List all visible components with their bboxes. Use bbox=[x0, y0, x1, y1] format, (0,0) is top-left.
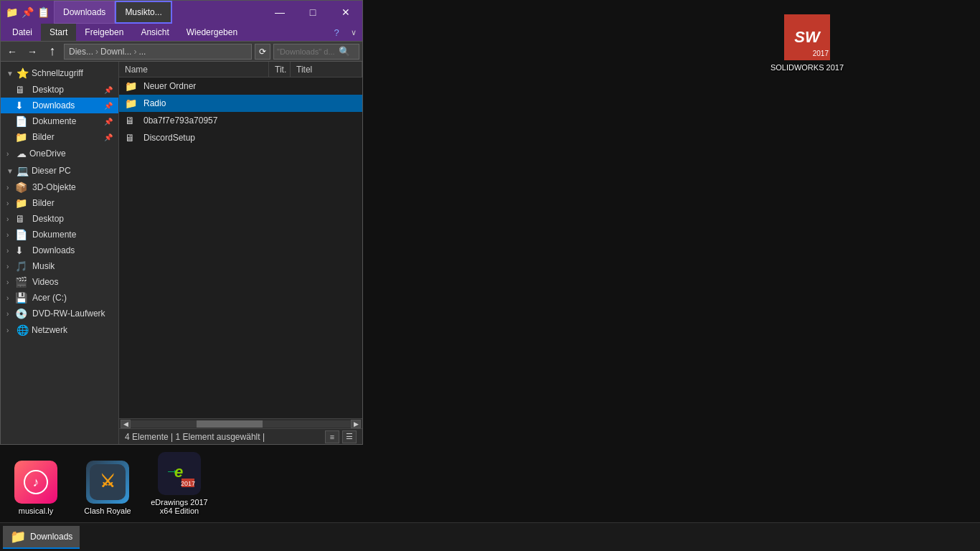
sidebar-item-dvd[interactable]: › 💿 DVD-RW-Laufwerk bbox=[1, 306, 118, 321]
schnellzugriff-icon: ⭐ bbox=[17, 67, 29, 79]
sidebar-item-dokumente-quick[interactable]: 📄 Dokumente 📌 bbox=[1, 113, 118, 129]
file-list: 📁 Neuer Ordner 📁 Radio 🖥 0ba7f7e793a7095… bbox=[119, 77, 362, 418]
address-path[interactable]: Dies... › Downl... › ... bbox=[64, 44, 252, 60]
sidebar-item-videos[interactable]: › 🎬 Videos bbox=[1, 274, 118, 290]
acer-icon: 💾 bbox=[15, 292, 29, 303]
col-header-tit[interactable]: Tit. bbox=[269, 62, 291, 77]
sidebar-item-acer-label: Acer (C:) bbox=[32, 293, 67, 303]
file-icon-discord: 🖥 bbox=[125, 132, 139, 143]
pin-icon: 📌 bbox=[104, 86, 113, 94]
musicaly-icon-img: ♪ bbox=[14, 461, 57, 504]
ribbon-tab-start[interactable]: Start bbox=[41, 24, 76, 41]
sidebar-section-onedrive[interactable]: › ☁ OneDrive bbox=[1, 145, 118, 162]
solidworks-badge: SW 2017 bbox=[784, 14, 830, 60]
onedrive-label: OneDrive bbox=[29, 149, 66, 159]
sidebar-item-downloads-quick[interactable]: ⬇ Downloads 📌 bbox=[1, 98, 118, 113]
pin-icon-4: 📌 bbox=[104, 133, 113, 141]
pin-icon-2: 📌 bbox=[104, 102, 113, 110]
schnellzugriff-label: Schnellzugriff bbox=[32, 68, 83, 78]
sidebar-item-downloads-pc-label: Downloads bbox=[32, 245, 75, 255]
col-header-titel[interactable]: Titel bbox=[291, 62, 362, 77]
back-button[interactable]: ← bbox=[4, 44, 21, 60]
sidebar-section-netzwerk[interactable]: › 🌐 Netzwerk bbox=[1, 321, 118, 339]
refresh-button[interactable]: ⟳ bbox=[255, 44, 270, 60]
status-view-buttons: ≡ ☰ bbox=[325, 430, 357, 443]
sidebar-item-bilder-pc[interactable]: › 📁 Bilder bbox=[1, 195, 118, 211]
scroll-left-button[interactable]: ◀ bbox=[121, 420, 131, 428]
file-list-header: Name Tit. Titel bbox=[119, 62, 362, 77]
search-box[interactable]: 🔍 bbox=[273, 44, 359, 60]
sidebar-item-dokumente-label: Dokumente bbox=[32, 116, 76, 126]
title-bar-pin-icon: 📌 bbox=[20, 5, 34, 19]
sidebar-item-desktop-pc[interactable]: › 🖥 Desktop bbox=[1, 211, 118, 227]
scrollbar-thumb[interactable] bbox=[197, 420, 263, 428]
scrollbar-track[interactable] bbox=[131, 420, 351, 428]
sidebar-item-bilder-pc-label: Bilder bbox=[32, 198, 55, 208]
desktop-pc-icon: 🖥 bbox=[15, 213, 29, 225]
col-header-name[interactable]: Name bbox=[119, 62, 269, 77]
dokumente-icon: 📄 bbox=[15, 116, 29, 127]
up-button[interactable]: ↑ bbox=[44, 44, 61, 60]
scroll-right-button[interactable]: ▶ bbox=[351, 420, 361, 428]
app-icon-musicaly[interactable]: ♪ musical.ly bbox=[7, 461, 65, 515]
app-icon-clash[interactable]: ⚔ Clash Royale bbox=[79, 461, 136, 515]
file-item-0ba7[interactable]: 🖥 0ba7f7e793a70957 bbox=[119, 112, 362, 129]
ribbon-expand-button[interactable]: ∨ bbox=[345, 24, 362, 41]
sidebar-section-schnellzugriff[interactable]: ▼ ⭐ Schnellzugriff bbox=[1, 65, 118, 82]
title-bar-icons: 📁 📌 📋 bbox=[1, 5, 54, 19]
taskbar-item-downloads[interactable]: 📁 Downloads bbox=[3, 526, 80, 549]
close-button[interactable]: ✕ bbox=[329, 1, 362, 24]
clash-icon-img: ⚔ bbox=[86, 461, 129, 504]
tab-downloads[interactable]: Downloads bbox=[54, 1, 115, 24]
ribbon-tab-ansicht[interactable]: Ansicht bbox=[132, 24, 177, 41]
sidebar-item-acer[interactable]: › 💾 Acer (C:) bbox=[1, 290, 118, 306]
file-item-radio[interactable]: 📁 Radio bbox=[119, 95, 362, 112]
sidebar-item-desktop-quick[interactable]: 🖥 Desktop 📌 bbox=[1, 82, 118, 98]
minimize-button[interactable]: — bbox=[263, 1, 296, 24]
horizontal-scrollbar[interactable]: ◀ ▶ bbox=[119, 418, 362, 428]
ribbon-tab-datei[interactable]: Datei bbox=[4, 24, 41, 41]
sidebar-section-dieser-pc[interactable]: ▼ 💻 Dieser PC bbox=[1, 162, 118, 179]
path-part-3: ... bbox=[138, 47, 146, 57]
svg-text:⚔: ⚔ bbox=[100, 471, 116, 491]
view-list-button[interactable]: ☰ bbox=[342, 430, 357, 443]
sidebar-item-bilder-quick[interactable]: 📁 Bilder 📌 bbox=[1, 129, 118, 145]
title-bar: 📁 📌 📋 Downloads Musikto... — □ ✕ bbox=[1, 1, 362, 24]
dieser-pc-icon: 💻 bbox=[17, 165, 29, 176]
tab-musikto[interactable]: Musikto... bbox=[115, 1, 171, 24]
sidebar-item-desktop-pc-label: Desktop bbox=[32, 214, 64, 224]
sidebar-item-musik[interactable]: › 🎵 Musik bbox=[1, 258, 118, 274]
forward-button[interactable]: → bbox=[24, 44, 41, 60]
path-part-1: Dies... bbox=[69, 47, 93, 57]
svg-text:2017: 2017 bbox=[181, 480, 195, 487]
musicaly-label: musical.ly bbox=[19, 507, 53, 515]
ribbon-tabs: Datei Start Freigeben Ansicht Wiedergebe… bbox=[1, 24, 362, 41]
folder-icon-neuer: 📁 bbox=[125, 80, 139, 92]
file-icon-0ba7: 🖥 bbox=[125, 115, 139, 126]
edrawings-icon-img: → e 2017 bbox=[158, 452, 201, 495]
sidebar-item-dokumente-pc[interactable]: › 📄 Dokumente bbox=[1, 227, 118, 242]
sidebar-item-downloads-pc[interactable]: › ⬇ Downloads bbox=[1, 242, 118, 258]
window-controls: — □ ✕ bbox=[263, 1, 362, 24]
title-bar-folder-icon: 📁 bbox=[4, 5, 19, 19]
clash-label: Clash Royale bbox=[84, 507, 131, 515]
view-details-button[interactable]: ≡ bbox=[325, 430, 339, 443]
solidworks-desktop-icon[interactable]: SW 2017 SOLIDWORKS 2017 bbox=[771, 14, 844, 72]
help-button[interactable]: ? bbox=[328, 24, 345, 41]
path-part-2: Downl... bbox=[100, 47, 131, 57]
main-content: ▼ ⭐ Schnellzugriff 🖥 Desktop 📌 ⬇ Downloa… bbox=[1, 62, 362, 444]
app-icon-edrawings[interactable]: → e 2017 eDrawings 2017 x64 Edition bbox=[151, 452, 208, 515]
status-text: 4 Elemente | 1 Element ausgewählt | bbox=[125, 432, 265, 442]
sidebar-item-3d-objekte[interactable]: › 📦 3D-Objekte bbox=[1, 179, 118, 195]
maximize-button[interactable]: □ bbox=[296, 1, 329, 24]
sidebar-item-dokumente-pc-label: Dokumente bbox=[32, 230, 76, 240]
dokumente-pc-icon: 📄 bbox=[15, 229, 29, 240]
sidebar-item-downloads-label: Downloads bbox=[32, 100, 75, 110]
ribbon-tab-wiedergeben[interactable]: Wiedergeben bbox=[178, 24, 246, 41]
file-item-neuer-ordner[interactable]: 📁 Neuer Ordner bbox=[119, 77, 362, 95]
ribbon-tab-freigeben[interactable]: Freigeben bbox=[76, 24, 132, 41]
svg-text:♪: ♪ bbox=[33, 475, 39, 489]
file-item-discord[interactable]: 🖥 DiscordSetup bbox=[119, 129, 362, 146]
search-input[interactable] bbox=[274, 47, 339, 56]
edrawings-label: eDrawings 2017 x64 Edition bbox=[151, 498, 208, 515]
